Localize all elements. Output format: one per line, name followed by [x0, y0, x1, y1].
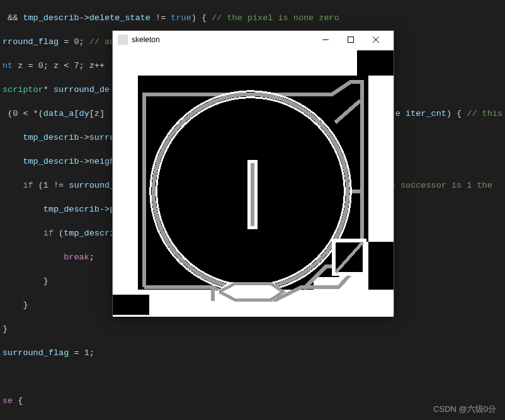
window-titlebar[interactable]: skeleton: [113, 31, 394, 48]
svg-rect-20: [370, 270, 387, 287]
svg-rect-1: [348, 37, 354, 43]
close-button[interactable]: [363, 31, 389, 48]
watermark: CSDN @六级0分: [433, 403, 496, 415]
app-icon: [118, 35, 128, 45]
window-content: [113, 48, 394, 317]
svg-rect-15: [251, 163, 254, 226]
svg-rect-10: [113, 295, 149, 315]
window-title: skeleton: [132, 34, 313, 46]
minimize-button[interactable]: [313, 31, 338, 48]
skeleton-window[interactable]: skeleton: [112, 30, 394, 315]
maximize-button[interactable]: [338, 31, 363, 48]
svg-rect-5: [357, 50, 394, 76]
skeleton-image: [113, 48, 394, 317]
